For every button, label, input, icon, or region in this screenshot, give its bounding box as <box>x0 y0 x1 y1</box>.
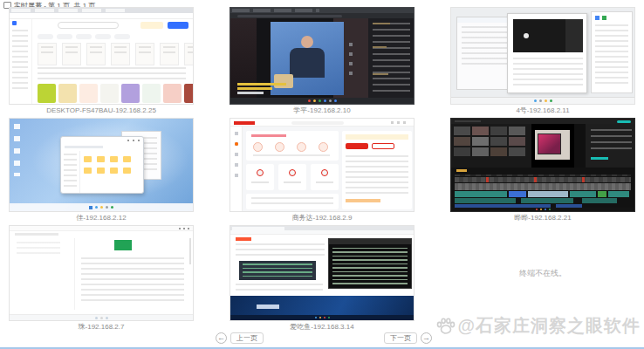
mini-topbar <box>230 119 414 127</box>
terminal-offline-slot[interactable]: 终端不在线。 <box>450 225 635 321</box>
terminal-caption: 晔晔-192.168.2.21 <box>450 214 635 222</box>
mini-taskbar <box>230 315 414 320</box>
realtime-screens-window: 实时屏幕 - 第 1 页, 共 1 页 <box>0 0 644 349</box>
terminal-caption: 佳-192.168.2.12 <box>9 214 194 222</box>
next-page-arrow-button[interactable]: → <box>421 332 432 344</box>
arrow-right-icon: → <box>422 333 430 342</box>
mini-card <box>311 164 339 190</box>
poster-card-row <box>38 84 194 103</box>
mini-card <box>246 194 339 209</box>
mini-sidebar <box>230 127 243 211</box>
folder-icon <box>110 156 118 162</box>
mini-panel <box>591 11 633 93</box>
watermark: @石家庄洞察之眼软件 <box>436 314 641 338</box>
arrow-left-icon: ← <box>217 333 225 342</box>
template-card-row <box>38 43 194 65</box>
mini-taskbar <box>230 98 414 104</box>
prev-page-button[interactable]: 上一页 <box>230 332 264 344</box>
folder-icon <box>84 156 92 162</box>
folder-icon <box>97 156 105 162</box>
mini-sidebar <box>10 19 32 104</box>
terminal-caption: 学平-192.168.2.10 <box>230 106 414 115</box>
brand-chip <box>236 237 251 241</box>
terminal-caption: DESKTOP-FS47BAU-192.168.2.25 <box>9 106 194 115</box>
mini-code-block <box>239 261 316 280</box>
mini-chat-panel <box>368 18 414 98</box>
next-page-button[interactable]: 下一页 <box>384 332 417 344</box>
folder-icon <box>84 168 92 174</box>
folder-icon <box>123 168 131 174</box>
mini-properties-panel <box>586 124 635 168</box>
watermark-text: @石家庄洞察之眼软件 <box>457 314 641 338</box>
mini-media-panel <box>451 124 531 168</box>
terminal-thumbnail[interactable] <box>450 7 635 105</box>
mini-taskbar <box>451 97 634 104</box>
mini-taskbar <box>451 208 634 211</box>
mini-panel <box>342 131 412 209</box>
mini-terminal-window <box>328 238 412 289</box>
terminal-thumbnail[interactable] <box>9 118 194 212</box>
mini-explorer-window <box>60 136 144 194</box>
prev-page-arrow-button[interactable]: ← <box>216 332 227 344</box>
terminal-caption: 商务达-192.168.2.9 <box>230 214 414 222</box>
terminal-thumbnail[interactable] <box>450 118 635 212</box>
windows-logo-icon <box>89 206 92 209</box>
terminal-thumbnail[interactable] <box>9 225 194 321</box>
terminal-thumbnail[interactable] <box>9 7 194 105</box>
mini-timeline <box>451 168 634 211</box>
terminal-thumbnail[interactable] <box>230 118 414 212</box>
desktop-icons <box>14 124 20 176</box>
brand-logo <box>234 121 255 125</box>
mini-video-frame <box>513 19 583 52</box>
offline-message: 终端不在线。 <box>519 268 566 279</box>
mini-taskbar <box>10 203 193 211</box>
mini-preview <box>531 124 586 168</box>
mini-search-bar <box>58 22 119 29</box>
export-button <box>617 120 631 124</box>
mini-card <box>246 131 339 161</box>
terminal-thumbnail[interactable] <box>230 225 414 321</box>
mini-wallpaper <box>230 296 414 317</box>
paw-icon <box>436 318 456 335</box>
folder-icon <box>123 156 131 162</box>
green-shape <box>114 240 132 250</box>
folder-icon <box>110 168 118 174</box>
mini-card <box>246 164 274 190</box>
terminal-thumbnail[interactable] <box>230 7 414 105</box>
terminal-caption: 珠-192.168.2.7 <box>9 323 194 332</box>
folder-icon <box>97 168 105 174</box>
terminal-caption: 爱吃鱼-192.168.3.14 <box>230 323 414 332</box>
mini-video-page <box>230 18 414 98</box>
terminal-caption: 4号-192.168.2.11 <box>450 106 635 115</box>
mini-taskbar <box>10 314 193 320</box>
mini-window <box>507 13 587 93</box>
mini-card <box>278 164 306 190</box>
scrollbar <box>189 238 191 264</box>
